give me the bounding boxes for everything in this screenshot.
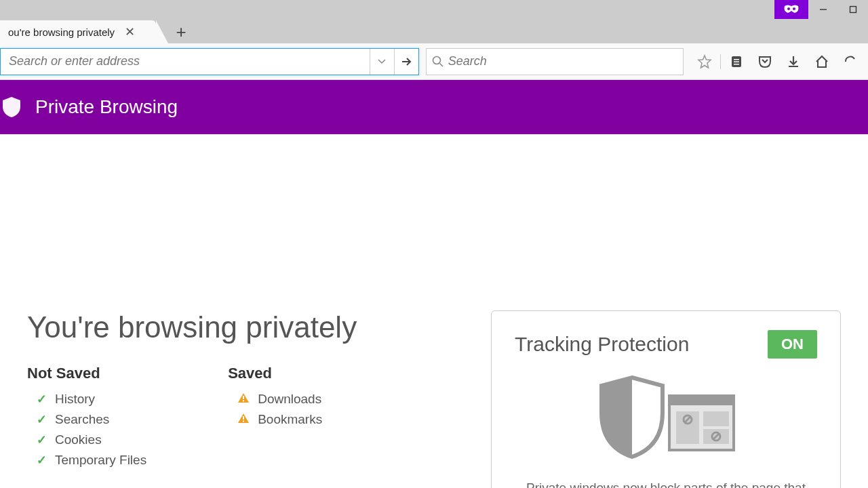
saved-heading: Saved [228, 365, 322, 382]
page-content: You're browsing privately Not Saved ✓His… [0, 134, 868, 488]
new-tab-button[interactable]: + [170, 20, 193, 43]
window-titlebar [0, 0, 868, 19]
warning-icon [237, 392, 250, 407]
plus-icon: + [176, 22, 186, 43]
check-icon: ✓ [37, 453, 47, 468]
home-icon [814, 54, 829, 69]
minimize-button[interactable] [808, 0, 838, 19]
banner-title: Private Browsing [35, 96, 178, 118]
url-bar[interactable] [0, 48, 419, 75]
bookmark-star-button[interactable] [690, 48, 719, 75]
tracking-protection-card: Tracking Protection ON Private windows n… [491, 310, 841, 488]
nav-toolbar [0, 43, 868, 80]
page-heading: You're browsing privately [27, 310, 464, 344]
card-title: Tracking Protection [515, 333, 689, 356]
list-item: Downloads [228, 392, 322, 407]
clipboard-icon [730, 55, 743, 68]
list-item: ✓Searches [27, 412, 146, 427]
svg-rect-13 [243, 421, 244, 422]
not-saved-heading: Not Saved [27, 365, 146, 382]
search-icon [432, 56, 444, 68]
sync-button[interactable] [836, 48, 865, 75]
download-arrow-icon [787, 55, 800, 68]
toolbar-separator [720, 54, 721, 69]
svg-rect-15 [669, 396, 734, 405]
shield-icon [0, 80, 23, 134]
url-input[interactable] [1, 54, 370, 68]
card-body-text: Private windows now block parts of the p… [515, 479, 817, 488]
maximize-button[interactable] [838, 0, 868, 19]
pocket-icon [757, 54, 772, 69]
chevron-down-icon [378, 59, 386, 64]
svg-rect-10 [243, 396, 244, 399]
toolbar-buttons [690, 48, 865, 75]
tracking-illustration [515, 372, 817, 460]
svg-point-0 [787, 7, 790, 10]
star-icon [697, 54, 712, 69]
pocket-button[interactable] [751, 48, 779, 75]
tab-title: ou're browsing privately [8, 26, 115, 38]
check-icon: ✓ [37, 432, 47, 447]
private-browsing-banner: Private Browsing [0, 80, 868, 134]
tab-strip: ou're browsing privately ✕ + [0, 19, 868, 43]
svg-line-5 [439, 63, 443, 66]
svg-rect-17 [703, 411, 729, 426]
warning-icon [237, 412, 250, 427]
bookmarks-list-button[interactable] [722, 48, 751, 75]
not-saved-list: ✓History ✓Searches ✓Cookies ✓Temporary F… [27, 392, 146, 468]
svg-rect-8 [734, 61, 739, 62]
go-button[interactable] [394, 49, 418, 75]
svg-rect-3 [850, 7, 856, 13]
url-dropdown-button[interactable] [370, 49, 394, 75]
svg-point-4 [433, 56, 440, 64]
tracking-toggle[interactable]: ON [768, 330, 817, 359]
saved-list: Downloads Bookmarks [228, 392, 322, 427]
tab-private-browsing[interactable]: ou're browsing privately ✕ [0, 20, 156, 43]
mask-icon [783, 5, 800, 14]
list-item: ✓Cookies [27, 432, 146, 447]
private-mode-indicator [774, 0, 808, 19]
search-input[interactable] [444, 54, 677, 68]
list-item: ✓Temporary Files [27, 453, 146, 468]
list-item: Bookmarks [228, 412, 322, 427]
arrow-right-icon [400, 56, 412, 68]
list-item: ✓History [27, 392, 146, 407]
downloads-button[interactable] [779, 48, 808, 75]
svg-rect-12 [243, 416, 244, 420]
svg-rect-11 [243, 401, 244, 402]
svg-rect-7 [734, 59, 739, 60]
tab-close-button[interactable]: ✕ [124, 26, 135, 37]
search-box[interactable] [426, 48, 684, 75]
svg-rect-9 [734, 64, 739, 65]
check-icon: ✓ [37, 412, 47, 427]
check-icon: ✓ [37, 392, 47, 407]
sync-icon [843, 54, 858, 69]
home-button[interactable] [808, 48, 836, 75]
svg-point-1 [793, 7, 795, 10]
